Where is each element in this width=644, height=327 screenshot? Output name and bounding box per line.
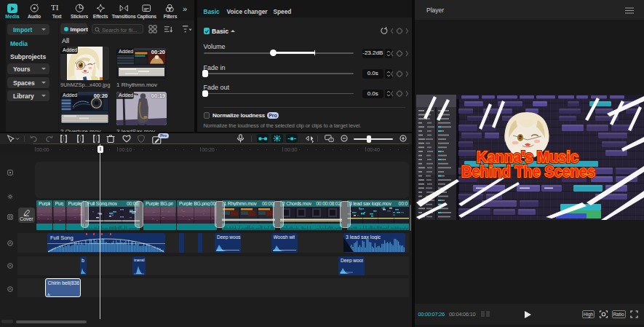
- svg-text:Behind The Scenes: Behind The Scenes: [461, 163, 595, 181]
